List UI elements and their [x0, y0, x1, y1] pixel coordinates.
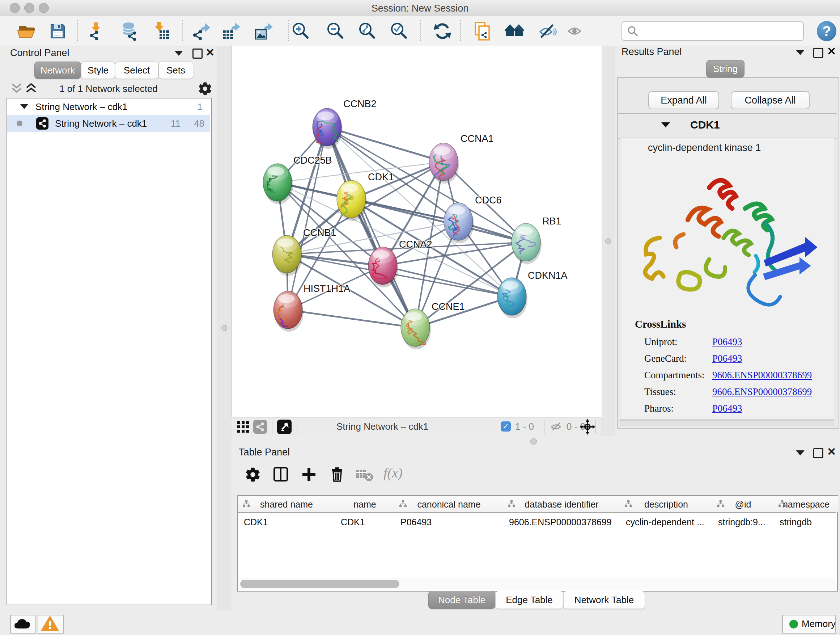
crosslink-link[interactable]: 9606.ENSP00000378699	[712, 370, 812, 381]
collection-expand-icon[interactable]	[20, 104, 28, 109]
table-panel-float-icon[interactable]	[813, 448, 823, 458]
tab-string[interactable]: String	[706, 60, 745, 78]
gene-section-collapse-icon[interactable]	[661, 122, 670, 127]
column-header-shared-name[interactable]: shared name	[238, 496, 335, 512]
network-node-CCNB1[interactable]	[272, 235, 302, 276]
delete-table-icon[interactable]	[355, 467, 374, 482]
first-neighbors-icon[interactable]	[504, 21, 524, 41]
results-panel-float-icon[interactable]	[813, 48, 823, 58]
column-header-namespace[interactable]: namespace	[774, 496, 839, 512]
network-view-share-icon[interactable]	[253, 420, 267, 434]
table-splitter[interactable]	[232, 436, 840, 446]
warning-button[interactable]	[38, 615, 64, 633]
control-panel-float-icon[interactable]	[193, 49, 202, 59]
right-splitter-grip[interactable]	[605, 238, 611, 244]
column-header-description[interactable]: description	[620, 496, 713, 512]
export-image-icon[interactable]	[254, 21, 274, 41]
table-splitter-grip[interactable]	[531, 438, 537, 445]
cloud-button[interactable]	[10, 615, 36, 633]
network-canvas[interactable]: CCNB2CCNA1CDC25BCDK1CDC6RB1CCNB1CCNA2CDK…	[232, 46, 602, 417]
table-cell[interactable]: stringdb:9...	[718, 517, 772, 527]
network-edge[interactable]	[288, 127, 327, 310]
birdseye-navigator-icon[interactable]	[579, 419, 595, 435]
network-options-gear-icon[interactable]	[197, 81, 213, 96]
crosslink-link[interactable]: P06493	[712, 353, 742, 364]
save-session-icon[interactable]	[48, 21, 68, 41]
tab-network-table[interactable]: Network Table	[563, 591, 645, 609]
crosslink-link[interactable]: P06493	[712, 403, 742, 414]
column-header--id[interactable]: @id	[712, 496, 774, 512]
table-cell[interactable]: CDK1	[341, 517, 393, 527]
show-all-icon[interactable]	[564, 21, 584, 41]
refresh-icon[interactable]	[432, 21, 453, 41]
import-network-from-database-icon[interactable]	[119, 21, 139, 41]
hide-selected-icon[interactable]	[537, 21, 557, 41]
zoom-selected-icon[interactable]	[389, 21, 409, 41]
table-horizontal-scrollbar[interactable]	[238, 578, 836, 590]
results-scrollbar-track[interactable]	[620, 420, 834, 426]
control-panel-close-icon[interactable]: ✕	[205, 48, 215, 57]
export-table-icon[interactable]	[221, 21, 242, 41]
column-header-canonical-name[interactable]: canonical name	[395, 496, 504, 512]
network-edge[interactable]	[327, 127, 444, 162]
search-input[interactable]	[642, 24, 799, 38]
gene-section-header[interactable]: CDK1	[618, 113, 837, 139]
network-edge[interactable]	[327, 127, 415, 328]
expand-all-button[interactable]: Expand All	[648, 91, 719, 109]
table-cell[interactable]: stringdb	[780, 517, 837, 527]
search-field[interactable]	[622, 21, 804, 41]
tab-select[interactable]: Select	[115, 62, 158, 79]
network-node-CDKN1A[interactable]	[497, 278, 527, 318]
export-network-icon[interactable]	[191, 21, 212, 41]
right-splitter[interactable]	[601, 46, 615, 436]
detach-view-icon[interactable]	[277, 420, 292, 434]
network-node-RB1[interactable]	[512, 223, 542, 264]
open-session-icon[interactable]	[16, 21, 36, 41]
table-cell[interactable]: P06493	[401, 517, 502, 527]
help-button[interactable]: ?	[817, 21, 836, 41]
memory-button[interactable]: Memory	[782, 615, 836, 633]
network-edge[interactable]	[288, 310, 415, 328]
network-row[interactable]: String Network – cdk1 11 48	[7, 115, 210, 132]
table-scrollbar-thumb[interactable]	[240, 580, 399, 588]
import-table-icon[interactable]	[151, 21, 171, 41]
network-node-CDK1[interactable]	[337, 180, 367, 221]
table-settings-gear-icon[interactable]	[245, 466, 261, 483]
selected-count-checkbox[interactable]: ✓	[501, 421, 511, 432]
tab-node-table[interactable]: Node Table	[428, 591, 495, 609]
table-panel-close-icon[interactable]: ✕	[827, 447, 836, 457]
table-row[interactable]: CDK1CDK1P064939606.ENSP00000378699cyclin…	[238, 513, 836, 529]
network-node-HIST1H1A[interactable]	[273, 291, 303, 332]
tab-edge-table[interactable]: Edge Table	[495, 591, 563, 609]
network-node-CCNE1[interactable]	[401, 309, 431, 349]
column-header-database-identifier[interactable]: database identifier	[503, 496, 621, 512]
collapse-all-button[interactable]: Collapse All	[731, 91, 810, 109]
grid-view-icon[interactable]	[237, 420, 249, 433]
tab-sets[interactable]: Sets	[158, 62, 193, 79]
control-panel-collapse-icon[interactable]	[174, 51, 183, 56]
import-network-icon[interactable]	[85, 21, 106, 41]
table-cell[interactable]: 9606.ENSP00000378699	[509, 517, 619, 527]
table-cell[interactable]: cyclin-dependent ...	[626, 517, 711, 527]
duplicate-network-icon[interactable]	[472, 21, 493, 41]
network-node-CCNB2[interactable]	[313, 108, 343, 149]
tab-network[interactable]: Network	[34, 62, 81, 79]
network-node-CCNA1[interactable]	[429, 143, 459, 184]
results-panel-collapse-icon[interactable]	[796, 50, 805, 55]
results-panel-close-icon[interactable]: ✕	[827, 46, 836, 57]
left-splitter[interactable]	[217, 46, 232, 610]
table-cell[interactable]: CDK1	[244, 517, 333, 527]
network-node-CCNA2[interactable]	[368, 247, 398, 287]
network-collection-row[interactable]: String Network – cdk1 1	[7, 98, 210, 115]
network-graph[interactable]: CCNB2CCNA1CDC25BCDK1CDC6RB1CCNB1CCNA2CDK…	[232, 46, 602, 417]
crosslink-link[interactable]: P06493	[712, 336, 742, 348]
table-panel-collapse-icon[interactable]	[796, 450, 805, 455]
column-header-name[interactable]: name	[335, 496, 395, 512]
zoom-fit-icon[interactable]	[357, 21, 378, 41]
left-splitter-grip[interactable]	[221, 325, 227, 331]
show-columns-icon[interactable]	[272, 466, 289, 483]
crosslink-link[interactable]: 9606.ENSP00000378699	[712, 386, 812, 397]
add-column-icon[interactable]	[300, 466, 317, 483]
delete-column-trash-icon[interactable]	[328, 466, 346, 483]
tab-style[interactable]: Style	[81, 62, 115, 79]
